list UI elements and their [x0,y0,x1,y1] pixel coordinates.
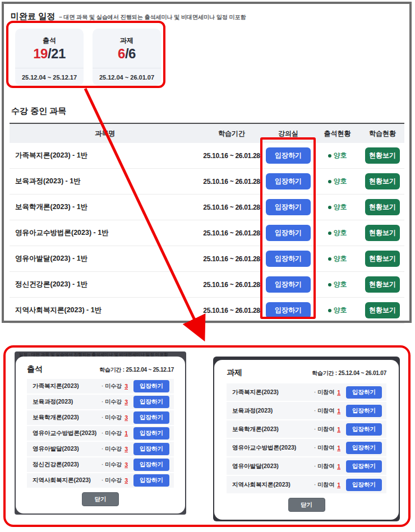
bullet-icon: · [102,446,103,452]
bullet-icon: · [314,390,316,395]
enter-classroom-button[interactable]: 입장하기 [266,173,311,189]
enter-button[interactable]: 입장하기 [346,423,382,436]
card-label: 출석 [15,36,84,45]
bullet-icon: · [102,431,103,436]
view-status-button[interactable]: 현황보기 [365,225,400,241]
incomplete-count[interactable]: 3 [125,461,128,468]
attendance-summary-card[interactable]: 출석 19/21 25.12.04 ~ 25.12.17 [15,29,84,86]
incomplete-count[interactable]: 1 [337,426,340,433]
status-text: 양호 [334,280,347,289]
status-dot-icon [328,180,331,183]
list-item: 지역사회복지론(2023) ·미참여1 입장하기 [227,476,386,493]
modal-title: 출석 [27,364,43,374]
status-dot-icon [328,283,331,286]
view-status-button[interactable]: 현황보기 [365,251,400,267]
incomplete-count[interactable]: 3 [125,477,128,484]
view-status-button[interactable]: 현황보기 [365,302,400,318]
enter-button[interactable]: 입장하기 [133,396,169,408]
enter-button[interactable]: 입장하기 [133,411,169,424]
col-header-course-name: 과목명 [10,129,201,138]
card-period: 25.12.04 ~ 26.01.07 [93,68,161,86]
enter-button[interactable]: 입장하기 [346,386,382,399]
incomplete-count[interactable]: 1 [337,445,340,451]
close-button[interactable]: 닫기 [288,498,325,512]
status: ·미수강3 [102,461,128,469]
table-row: 영유아교수방법론(2023) - 1반 25.10.16 ~ 26.01.28 … [10,220,404,246]
enter-button[interactable]: 입장하기 [346,405,382,417]
view-status-button[interactable]: 현황보기 [365,147,400,164]
enter-classroom-button[interactable]: 입장하기 [266,147,311,164]
list-item: 영유아발달(2023) ·미참여1 입장하기 [227,457,386,475]
incomplete-count[interactable]: 1 [125,430,128,437]
enter-button[interactable]: 입장하기 [133,474,169,487]
bullet-icon: · [102,462,103,468]
enter-button[interactable]: 입장하기 [133,443,169,455]
attendance-status: 양호 [314,254,361,263]
incomplete-count[interactable]: 3 [125,383,128,390]
modal-period: 학습기간 : 25.12.04 ~ 25.12.17 [99,366,174,374]
enter-classroom-button[interactable]: 입장하기 [266,251,311,267]
bullet-icon: · [102,478,103,483]
table-row: 영유아발달(2023) - 1반 25.10.16 ~ 26.01.28 입장하… [10,246,404,272]
incomplete-count[interactable]: 3 [125,446,128,452]
status-label: 미수강 [105,414,122,422]
list-item: 보육학개론(2023) ·미수강3 입장하기 [27,410,174,425]
col-header-period: 학습기간 [201,129,262,138]
col-header-learning: 학습현황 [361,129,404,138]
list-item: 지역사회복지론(2023) ·미수강3 입장하기 [27,473,174,488]
total-count: /6 [125,46,136,61]
incomplete-count[interactable]: 3 [125,399,128,405]
enter-button[interactable]: 입장하기 [346,442,382,454]
incomplete-schedule-header: 미완료 일정 – 대면 과목 및 실습에서 진행되는 출석세미나 및 비대면세미… [11,11,246,22]
course-name: 지역사회복지론(2023) [33,477,102,484]
incomplete-count[interactable]: 1 [337,408,340,414]
enter-button[interactable]: 입장하기 [346,479,382,491]
course-name: 보육과정(2023) [232,407,314,415]
status: ·미수강3 [102,445,128,453]
total-count: /21 [48,46,66,61]
incomplete-count[interactable]: 1 [337,389,340,396]
bullet-icon: · [102,415,103,420]
status: ·미참여1 [314,425,340,433]
lms-page-screenshot: 미완료 일정 – 대면 과목 및 실습에서 진행되는 출석세미나 및 비대면세미… [2,2,412,323]
table-row: 지역사회복지론(2023) - 1반 25.10.16 ~ 26.01.28 입… [10,298,404,323]
attendance-status: 양호 [314,177,361,186]
attendance-status: 양호 [314,280,361,289]
status-text: 양호 [334,228,347,238]
bullet-icon: · [314,482,316,488]
course-name: 영유아발달(2023) - 1반 [10,254,201,263]
list-item: 영유아교수방법론(2023) ·미수강1 입장하기 [27,426,174,441]
table-row: 가족복지론(2023) - 1반 25.10.16 ~ 26.01.28 입장하… [10,143,404,169]
courses-table: 과목명 학습기간 강의실 출석현황 학습현황 가족복지론(2023) - 1반 … [10,123,404,323]
list-item: 영유아교수방법론(2023) ·미참여1 입장하기 [227,439,386,456]
incomplete-count[interactable]: 1 [337,463,340,470]
assignment-summary-card[interactable]: 과제 6/6 25.12.04 ~ 26.01.07 [93,29,161,86]
attendance-status: 양호 [314,306,361,315]
card-value: 19/21 [15,46,84,62]
enter-button[interactable]: 입장하기 [133,427,169,440]
summary-cards: 출석 19/21 25.12.04 ~ 25.12.17 과제 6/6 25.1… [15,29,161,86]
status: ·미수강3 [102,477,128,484]
incomplete-count[interactable]: 3 [125,414,128,421]
view-status-button[interactable]: 현황보기 [365,276,400,293]
modal-header: 출석 학습기간 : 25.12.04 ~ 25.12.17 [27,364,174,374]
enter-classroom-button[interactable]: 입장하기 [266,302,311,318]
view-status-button[interactable]: 현황보기 [365,173,400,189]
status: ·미참여1 [314,444,340,452]
modal-title: 과제 [227,368,242,378]
list-item: 정신건강론(2023) ·미수강3 입장하기 [27,457,174,472]
enter-classroom-button[interactable]: 입장하기 [266,225,311,241]
incomplete-count[interactable]: 1 [337,482,340,488]
status-label: 미참여 [317,462,334,470]
card-label: 과제 [93,36,161,45]
modal-row-list: 가족복지론(2023) ·미수강3 입장하기 보육과정(2023) ·미수강3 … [27,379,174,488]
view-status-button[interactable]: 현황보기 [365,199,400,215]
status: ·미참여1 [314,481,340,489]
enter-button[interactable]: 입장하기 [133,380,169,392]
enter-classroom-button[interactable]: 입장하기 [266,276,311,293]
enter-button[interactable]: 입장하기 [133,459,169,471]
course-period: 25.10.16 ~ 26.01.28 [201,203,262,211]
enter-classroom-button[interactable]: 입장하기 [266,199,311,215]
enter-button[interactable]: 입장하기 [346,460,382,473]
close-button[interactable]: 닫기 [82,492,119,506]
